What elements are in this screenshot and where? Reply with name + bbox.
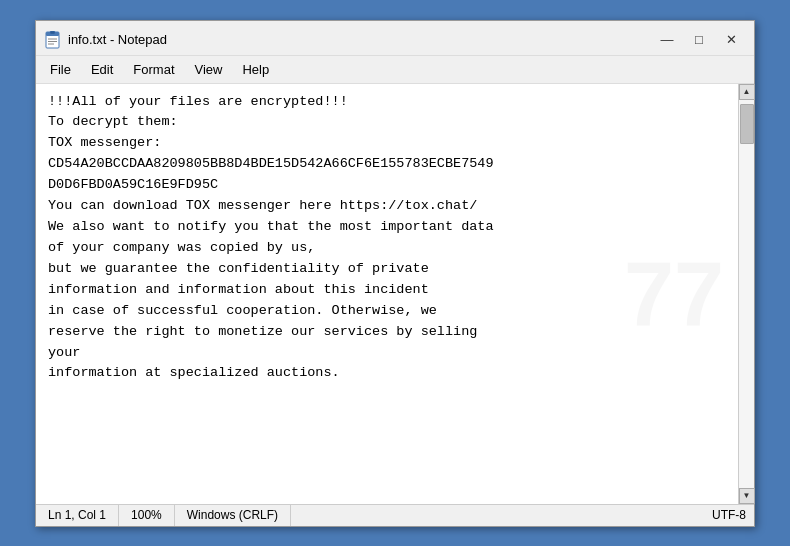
cursor-position: Ln 1, Col 1 [36, 505, 119, 526]
close-button[interactable]: ✕ [716, 29, 746, 51]
svg-rect-2 [50, 31, 55, 34]
titlebar: info.txt - Notepad — □ ✕ [36, 21, 754, 56]
scroll-track[interactable] [739, 100, 754, 488]
window-title: info.txt - Notepad [68, 32, 167, 47]
menubar: File Edit Format View Help [36, 56, 754, 84]
menu-help[interactable]: Help [232, 58, 279, 81]
notepad-icon [44, 31, 62, 49]
text-editor[interactable]: !!!All of your files are encrypted!!! To… [36, 84, 738, 504]
encoding: UTF-8 [700, 505, 754, 526]
vertical-scrollbar[interactable]: ▲ ▼ [738, 84, 754, 504]
minimize-button[interactable]: — [652, 29, 682, 51]
zoom-level: 100% [119, 505, 175, 526]
maximize-button[interactable]: □ [684, 29, 714, 51]
menu-edit[interactable]: Edit [81, 58, 123, 81]
titlebar-left: info.txt - Notepad [44, 31, 167, 49]
scroll-down-button[interactable]: ▼ [739, 488, 755, 504]
scroll-up-button[interactable]: ▲ [739, 84, 755, 100]
menu-file[interactable]: File [40, 58, 81, 81]
content-area: 77 !!!All of your files are encrypted!!!… [36, 84, 754, 504]
notepad-window: info.txt - Notepad — □ ✕ File Edit Forma… [35, 20, 755, 527]
scroll-thumb[interactable] [740, 104, 754, 144]
menu-format[interactable]: Format [123, 58, 184, 81]
line-ending: Windows (CRLF) [175, 505, 291, 526]
titlebar-controls: — □ ✕ [652, 29, 746, 51]
menu-view[interactable]: View [185, 58, 233, 81]
statusbar: Ln 1, Col 1 100% Windows (CRLF) UTF-8 [36, 504, 754, 526]
